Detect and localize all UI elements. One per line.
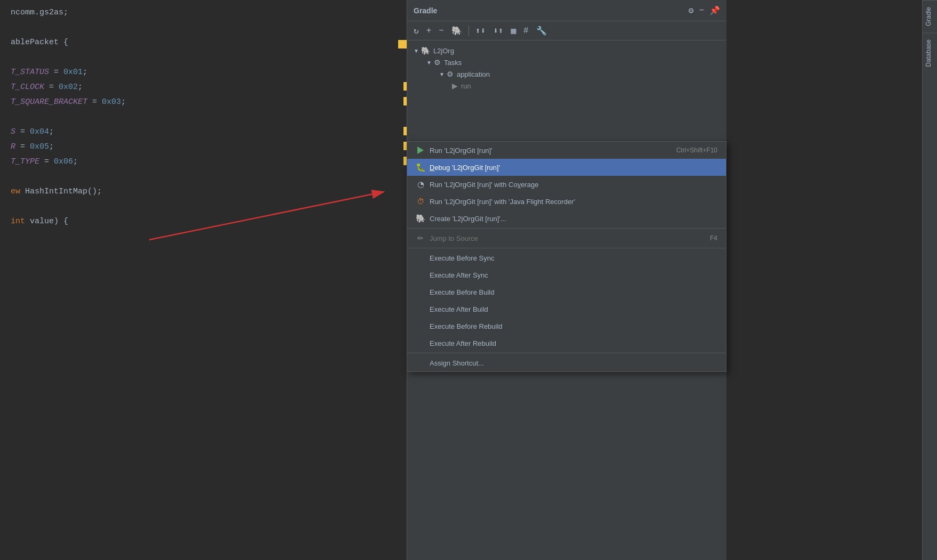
gradle-header-icons: ⚙ − 📌: [689, 5, 720, 16]
collapse-all-button[interactable]: ⬇⬆: [491, 25, 505, 37]
menu-item-create-left: 🐘 Create 'L2jOrgGit [run]'...: [416, 214, 506, 223]
minimize-icon[interactable]: −: [699, 6, 704, 15]
menu-item-profiler-left: ⏱ Run 'L2jOrgGit [run]' with 'Java Fligh…: [416, 197, 575, 206]
menu-item-jump-label: Jump to Source: [430, 234, 478, 242]
menu-item-run-left: Run 'L2jOrgGit [run]': [416, 145, 492, 155]
tree-arrow-l2jorg: ▼: [414, 48, 419, 54]
menu-item-create-label: Create 'L2jOrgGit [run]'...: [430, 215, 506, 223]
menu-item-run-label: Run 'L2jOrgGit [run]': [430, 147, 492, 155]
menu-item-create[interactable]: 🐘 Create 'L2jOrgGit [run]'...: [407, 210, 726, 227]
code-line-13: ew HashIntIntMap();: [0, 184, 407, 199]
tree-arrow-tasks: ▼: [426, 60, 432, 66]
menu-item-exec-after-sync-left: Execute After Sync: [416, 270, 488, 280]
tree-item-tasks[interactable]: ▼ ⚙ Tasks: [407, 56, 726, 68]
exec-after-build-icon: [416, 304, 425, 314]
code-line-11: T_TYPE = 0x06 ;: [0, 155, 407, 169]
code-line-2: [0, 20, 407, 35]
gradle-header: Gradle ⚙ − 📌: [407, 0, 726, 21]
exec-before-sync-icon: [416, 253, 425, 263]
gradle-tree: ▼ 🐘 L2jOrg ▼ ⚙ Tasks ▼ ⚙ application ▶ r…: [407, 40, 726, 96]
tree-icon-run: ▶: [452, 82, 458, 90]
menu-item-exec-before-build[interactable]: Execute Before Build: [407, 283, 726, 301]
code-line-1: ncomm.gs2as;: [0, 5, 407, 20]
code-line-15: int value) {: [0, 214, 407, 229]
side-tab-database[interactable]: Database: [923, 33, 937, 73]
menu-item-exec-before-build-left: Execute Before Build: [416, 287, 494, 297]
tree-label-application: application: [457, 70, 490, 78]
group-button[interactable]: ▦: [508, 25, 518, 37]
code-line-6: T_CLOCK = 0x02 ;: [0, 80, 407, 95]
expand-all-button[interactable]: ⬆⬇: [473, 25, 488, 37]
menu-item-exec-after-sync[interactable]: Execute After Sync: [407, 266, 726, 283]
remove-button[interactable]: −: [437, 25, 446, 37]
menu-item-exec-after-build[interactable]: Execute After Build: [407, 301, 726, 318]
menu-item-exec-before-sync-left: Execute Before Sync: [416, 253, 494, 263]
code-line-4: [0, 50, 407, 65]
side-tab-gradle[interactable]: Gradle: [923, 0, 937, 33]
elephant-button[interactable]: 🐘: [449, 25, 464, 37]
tree-item-application[interactable]: ▼ ⚙ application: [407, 68, 726, 80]
exec-after-rebuild-icon: [416, 338, 425, 348]
tree-arrow-application: ▼: [439, 71, 445, 77]
exec-before-build-icon: [416, 287, 425, 297]
code-line-9: S = 0x04 ;: [0, 125, 407, 140]
menu-item-assign-shortcut[interactable]: Assign Shortcut...: [407, 354, 726, 371]
menu-item-profiler-label: Run 'L2jOrgGit [run]' with 'Java Flight …: [430, 198, 575, 206]
menu-item-assign-shortcut-left: Assign Shortcut...: [416, 358, 484, 368]
menu-item-exec-before-build-label: Execute Before Build: [430, 288, 494, 296]
code-editor: ncomm.gs2as; ablePacket { T_STATUS = 0x0…: [0, 0, 407, 560]
menu-separator-1: [407, 228, 726, 229]
link-button[interactable]: #: [521, 25, 531, 37]
tree-item-run[interactable]: ▶ run: [407, 80, 726, 92]
coverage-icon: ◔: [416, 180, 425, 189]
side-tabs: Gradle Database: [922, 0, 937, 560]
tree-icon-application: ⚙: [447, 70, 454, 78]
menu-item-debug-label: Debug 'L2jOrgGit [run]': [430, 164, 500, 172]
menu-item-exec-before-sync[interactable]: Execute Before Sync: [407, 249, 726, 266]
menu-item-exec-after-build-label: Execute After Build: [430, 305, 488, 313]
pin-icon[interactable]: 📌: [709, 5, 720, 16]
menu-item-exec-before-sync-label: Execute Before Sync: [430, 254, 494, 262]
gradle-panel-title: Gradle: [414, 6, 437, 15]
side-tab-database-label: Database: [925, 39, 932, 67]
menu-separator-3: [407, 353, 726, 353]
tree-label-tasks: Tasks: [444, 59, 462, 67]
menu-item-exec-before-rebuild-left: Execute Before Rebuild: [416, 321, 503, 331]
menu-item-exec-before-rebuild[interactable]: Execute Before Rebuild: [407, 318, 726, 335]
refresh-button[interactable]: ↻: [411, 25, 421, 37]
menu-item-exec-after-rebuild-label: Execute After Rebuild: [430, 339, 496, 347]
tree-label-run: run: [461, 82, 471, 90]
menu-separator-2: [407, 248, 726, 248]
code-line-12: [0, 169, 407, 184]
settings-icon[interactable]: ⚙: [689, 5, 694, 16]
add-button[interactable]: +: [424, 25, 434, 37]
menu-item-debug-left: 🐛 Debug 'L2jOrgGit [run]': [416, 163, 500, 172]
profiler-icon: ⏱: [416, 197, 425, 206]
menu-item-run-shortcut: Ctrl+Shift+F10: [676, 147, 717, 154]
exec-before-rebuild-icon: [416, 321, 425, 331]
debug-icon: 🐛: [416, 163, 425, 172]
tree-label-l2jorg: L2jOrg: [433, 47, 454, 55]
menu-item-run[interactable]: Run 'L2jOrgGit [run]' Ctrl+Shift+F10: [407, 142, 726, 159]
jump-icon: ✏: [416, 233, 425, 243]
menu-item-coverage-left: ◔ Run 'L2jOrgGit [run]' with Coverage: [416, 180, 538, 189]
assign-shortcut-icon: [416, 358, 425, 368]
toolbar-separator-1: [468, 26, 469, 36]
menu-item-jump-left: ✏ Jump to Source: [416, 233, 478, 243]
tree-item-l2jorg[interactable]: ▼ 🐘 L2jOrg: [407, 45, 726, 56]
code-line-5: T_STATUS = 0x01 ;: [0, 65, 407, 80]
tree-icon-tasks: ⚙: [434, 58, 441, 67]
menu-item-exec-after-sync-label: Execute After Sync: [430, 271, 488, 279]
menu-item-jump-shortcut: F4: [710, 234, 717, 242]
menu-item-exec-after-rebuild[interactable]: Execute After Rebuild: [407, 335, 726, 352]
context-menu: Run 'L2jOrgGit [run]' Ctrl+Shift+F10 🐛 D…: [407, 141, 726, 372]
yellow-bookmark-square: [398, 40, 407, 48]
menu-item-coverage[interactable]: ◔ Run 'L2jOrgGit [run]' with Coverage: [407, 176, 726, 193]
code-line-14: [0, 199, 407, 214]
wrench-button[interactable]: 🔧: [534, 25, 549, 37]
create-icon: 🐘: [416, 214, 425, 223]
menu-item-debug[interactable]: 🐛 Debug 'L2jOrgGit [run]': [407, 159, 726, 176]
code-line-10: R = 0x05 ;: [0, 140, 407, 155]
code-line-7: T_SQUARE_BRACKET = 0x03 ;: [0, 95, 407, 110]
menu-item-profiler[interactable]: ⏱ Run 'L2jOrgGit [run]' with 'Java Fligh…: [407, 193, 726, 210]
